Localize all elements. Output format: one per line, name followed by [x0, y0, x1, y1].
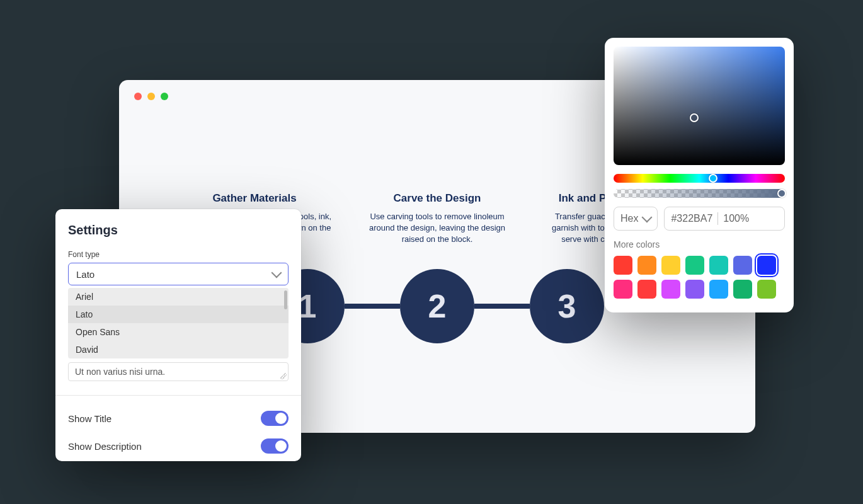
font-option[interactable]: Lato — [68, 306, 289, 323]
more-colors-label: More colors — [614, 239, 785, 249]
color-field[interactable] — [614, 47, 785, 165]
toggle-knob — [275, 413, 287, 424]
font-option[interactable]: David — [68, 341, 289, 358]
step-2: Carve the Design Use carving tools to re… — [358, 192, 516, 246]
show-description-row: Show Description — [68, 432, 289, 460]
font-option[interactable]: Open Sans — [68, 323, 289, 341]
color-field-cursor[interactable] — [690, 113, 699, 122]
opacity-value: 100% — [723, 213, 749, 224]
show-description-label: Show Description — [68, 441, 142, 452]
color-swatch[interactable] — [709, 256, 728, 275]
color-swatch[interactable] — [733, 256, 752, 275]
alpha-slider[interactable] — [614, 189, 785, 198]
divider — [55, 395, 301, 396]
color-swatch[interactable] — [661, 280, 680, 299]
step-title: Gather Materials — [176, 192, 333, 205]
color-swatch[interactable] — [733, 280, 752, 299]
step-connector — [345, 304, 400, 309]
font-options-dropdown: Ariel Lato Open Sans David — [68, 288, 289, 358]
color-swatch[interactable] — [614, 280, 632, 299]
hex-input[interactable]: #322BA7 100% — [664, 207, 785, 231]
show-title-label: Show Title — [68, 413, 111, 424]
swatch-row-2 — [614, 280, 785, 299]
hue-slider-cursor[interactable] — [709, 174, 717, 183]
color-swatch[interactable] — [685, 256, 704, 275]
settings-panel: Settings Font type Lato Ariel Lato Open … — [55, 209, 301, 461]
font-type-label: Font type — [68, 250, 289, 259]
color-swatch[interactable] — [637, 280, 656, 299]
color-format-select[interactable]: Hex — [614, 207, 658, 231]
hue-slider[interactable] — [614, 174, 785, 183]
resize-handle-icon[interactable] — [280, 373, 287, 379]
textarea-value: Ut non varius nisi urna. — [75, 367, 165, 377]
font-select-value: Lato — [76, 269, 94, 280]
color-format-value: Hex — [620, 213, 638, 224]
color-swatch[interactable] — [637, 256, 656, 275]
color-swatch[interactable] — [614, 256, 632, 275]
separator — [717, 212, 718, 225]
textarea-input[interactable]: Ut non varius nisi urna. — [68, 362, 289, 381]
settings-title: Settings — [68, 223, 289, 238]
color-swatch[interactable] — [685, 280, 704, 299]
step-circle-2: 2 — [400, 269, 474, 343]
minimize-window-icon[interactable] — [147, 93, 155, 100]
step-title: Carve the Design — [358, 192, 516, 205]
color-swatch[interactable] — [757, 256, 776, 275]
chevron-down-icon — [271, 268, 282, 278]
color-swatch[interactable] — [709, 280, 728, 299]
swatch-row-1 — [614, 256, 785, 275]
font-option[interactable]: Ariel — [68, 288, 289, 306]
color-swatch[interactable] — [661, 256, 680, 275]
scrollbar[interactable] — [284, 290, 287, 309]
toggle-knob — [275, 440, 287, 452]
step-connector — [474, 304, 530, 309]
chevron-down-icon — [642, 212, 653, 223]
show-title-toggle[interactable] — [261, 411, 289, 426]
alpha-slider-cursor[interactable] — [777, 189, 786, 198]
hex-value: #322BA7 — [671, 213, 712, 224]
show-title-row: Show Title — [68, 404, 289, 432]
step-circles: 1 2 3 — [270, 269, 604, 343]
step-circle-3: 3 — [530, 269, 604, 343]
color-swatch[interactable] — [757, 280, 776, 299]
font-select[interactable]: Lato — [68, 263, 289, 285]
maximize-window-icon[interactable] — [161, 93, 168, 100]
close-window-icon[interactable] — [134, 93, 142, 100]
step-desc: Use carving tools to remove linoleum aro… — [358, 211, 516, 246]
color-picker-panel: Hex #322BA7 100% More colors — [605, 38, 794, 312]
show-description-toggle[interactable] — [261, 438, 289, 454]
window-controls — [134, 93, 168, 100]
color-input-row: Hex #322BA7 100% — [614, 207, 785, 231]
